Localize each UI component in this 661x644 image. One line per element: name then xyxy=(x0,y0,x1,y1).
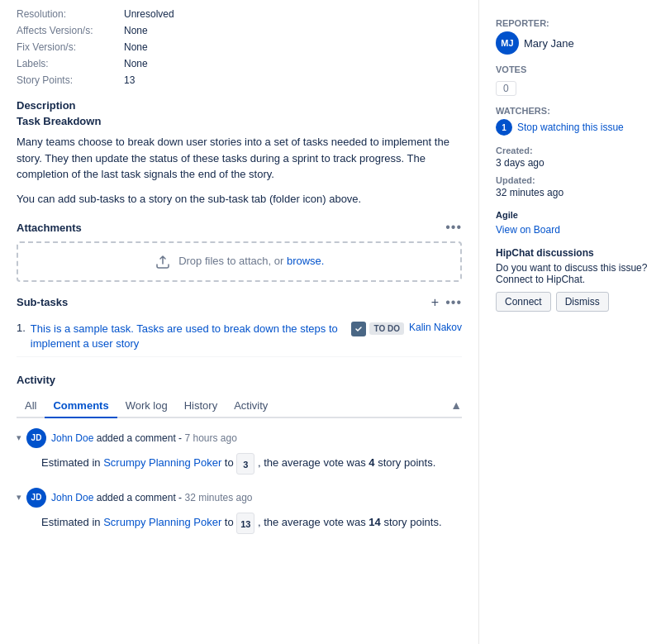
field-value: 13 xyxy=(124,74,135,86)
commenter-avatar: JD xyxy=(26,428,46,448)
field-row: Affects Version/s:None xyxy=(17,25,462,36)
attach-browse-link[interactable]: browse. xyxy=(287,255,325,267)
commenter-name[interactable]: John Doe xyxy=(51,432,93,444)
votes-label: Votes xyxy=(496,64,649,74)
field-row: Story Points:13 xyxy=(17,74,462,86)
field-label: Affects Version/s: xyxy=(17,25,124,36)
field-value: None xyxy=(124,25,148,36)
attach-drop-text: Drop files to attach, or xyxy=(178,255,283,267)
subtasks-title: Sub-tasks xyxy=(17,296,68,308)
field-row: Labels:None xyxy=(17,58,462,69)
reporter-name: Mary Jane xyxy=(524,37,574,50)
subtask-status: TO DO xyxy=(351,322,403,336)
comment-toggle[interactable]: ▾ xyxy=(17,432,21,443)
comment-action: added a comment - xyxy=(97,432,185,444)
activity-tab-work-log[interactable]: Work log xyxy=(117,394,176,418)
field-value: None xyxy=(124,58,148,69)
comment-time: 32 minutes ago xyxy=(184,492,252,503)
todo-badge: TO DO xyxy=(369,322,403,335)
tab-collapse-icon[interactable]: ▲ xyxy=(450,398,462,412)
updated-label: Updated: xyxy=(496,175,649,185)
task-breakdown-title: Task Breakdown xyxy=(17,115,462,127)
votes-count: 0 xyxy=(496,81,516,96)
field-label: Story Points: xyxy=(17,74,124,86)
activity-tab-history[interactable]: History xyxy=(176,394,226,418)
comment-entry: ▾ JD John Doe added a comment - 7 hours … xyxy=(17,428,462,475)
field-label: Fix Version/s: xyxy=(17,41,124,53)
comment-entry: ▾ JD John Doe added a comment - 32 minut… xyxy=(17,488,462,534)
view-on-board-link[interactable]: View on Board xyxy=(496,224,560,236)
comment-body: Estimated in Scrumpy Planning Poker to 1… xyxy=(41,513,462,534)
comment-toggle[interactable]: ▾ xyxy=(17,492,21,503)
activity-title: Activity xyxy=(17,374,462,386)
created-value: 3 days ago xyxy=(496,157,649,169)
comment-meta: John Doe added a comment - 32 minutes ag… xyxy=(51,492,253,503)
subtask-item: 1. This is a sample task. Tasks are used… xyxy=(17,317,462,357)
average-vote: 14 xyxy=(369,516,380,528)
connect-button[interactable]: Connect xyxy=(496,292,551,312)
comment-action: added a comment - xyxy=(97,492,185,503)
description-heading: Description xyxy=(17,99,462,112)
watchers-label: Watchers: xyxy=(496,106,649,116)
comment-meta: John Doe added a comment - 7 hours ago xyxy=(51,432,237,444)
attachments-title: Attachments xyxy=(17,222,82,234)
activity-tab-all[interactable]: All xyxy=(17,394,45,418)
stop-watching-link[interactable]: Stop watching this issue xyxy=(517,122,624,133)
field-value: None xyxy=(124,41,148,53)
commenter-avatar: JD xyxy=(26,488,46,508)
field-row: Resolution:Unresolved xyxy=(17,8,462,20)
attach-drop-zone[interactable]: Drop files to attach, or browse. xyxy=(17,241,462,282)
updated-value: 32 minutes ago xyxy=(496,187,649,198)
subtask-link[interactable]: This is a sample task. Tasks are used to… xyxy=(31,322,347,351)
description-paragraph: Many teams choose to break down user sto… xyxy=(17,134,462,183)
attachments-menu[interactable]: ••• xyxy=(445,220,462,235)
subtasks-add-icon[interactable]: + xyxy=(431,295,439,310)
created-label: Created: xyxy=(496,145,649,155)
activity-tab-comments[interactable]: Comments xyxy=(45,394,117,418)
vote-badge: 13 xyxy=(236,513,254,534)
comment-body: Estimated in Scrumpy Planning Poker to 3… xyxy=(41,453,462,475)
comment-time: 7 hours ago xyxy=(184,432,236,444)
dismiss-button[interactable]: Dismiss xyxy=(556,292,609,312)
reporter-avatar: MJ xyxy=(496,31,519,55)
subtasks-menu[interactable]: ••• xyxy=(445,295,462,310)
average-vote: 4 xyxy=(369,456,374,469)
vote-badge: 3 xyxy=(236,453,254,475)
subtask-assignee: Kalin Nakov xyxy=(409,322,462,333)
field-label: Resolution: xyxy=(17,8,124,20)
field-value: Unresolved xyxy=(124,8,174,20)
upload-icon xyxy=(155,255,179,267)
description-paragraph: You can add sub-tasks to a story on the … xyxy=(17,191,462,208)
field-label: Labels: xyxy=(17,58,124,69)
scrumpy-link[interactable]: Scrumpy Planning Poker xyxy=(103,516,221,528)
reporter-label: Reporter: xyxy=(496,18,649,28)
activity-tabs: AllCommentsWork logHistoryActivity ▲ xyxy=(17,394,462,418)
watcher-count: 1 xyxy=(496,119,512,136)
scrumpy-link[interactable]: Scrumpy Planning Poker xyxy=(103,456,221,469)
field-row: Fix Version/s:None xyxy=(17,41,462,53)
agile-heading: Agile xyxy=(496,210,649,220)
subtask-number: 1. xyxy=(17,322,26,334)
commenter-name[interactable]: John Doe xyxy=(51,492,93,503)
hipchat-heading: HipChat discussions xyxy=(496,247,649,259)
activity-tab-activity[interactable]: Activity xyxy=(226,394,276,418)
hipchat-text: Do you want to discuss this issue? Conne… xyxy=(496,262,649,285)
subtask-type-icon xyxy=(351,322,366,336)
